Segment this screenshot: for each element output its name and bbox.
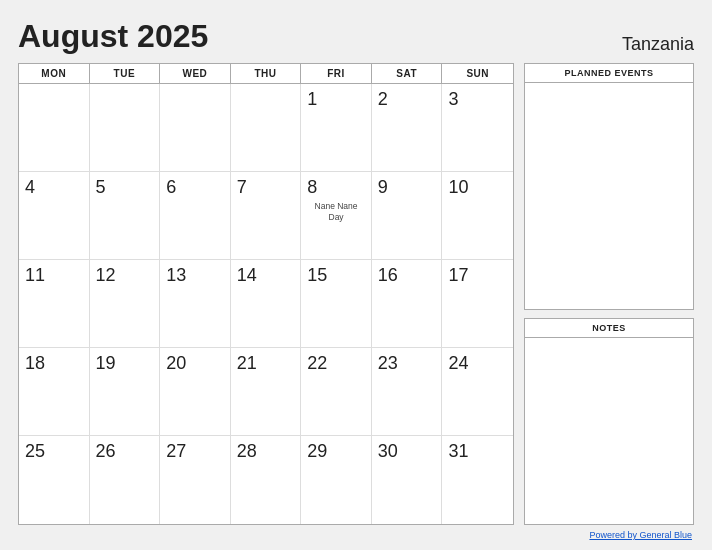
footer: Powered by General Blue xyxy=(18,530,694,540)
day-cell-9: 9 xyxy=(372,172,443,260)
day-cell-17: 17 xyxy=(442,260,513,348)
planned-events-content xyxy=(525,83,693,309)
planned-events-box: PLANNED EVENTS xyxy=(524,63,694,310)
day-name-tue: TUE xyxy=(90,64,161,83)
day-number: 25 xyxy=(25,441,45,463)
day-number: 7 xyxy=(237,177,247,199)
month-title: August 2025 xyxy=(18,18,208,55)
day-number: 15 xyxy=(307,265,327,287)
day-cell-25: 25 xyxy=(19,436,90,524)
day-number: 8 xyxy=(307,177,317,199)
day-cell-8: 8Nane Nane Day xyxy=(301,172,372,260)
day-number: 19 xyxy=(96,353,116,375)
day-number: 5 xyxy=(96,177,106,199)
country-title: Tanzania xyxy=(622,34,694,55)
day-number: 27 xyxy=(166,441,186,463)
day-cell-2: 2 xyxy=(372,84,443,172)
day-cell-1: 1 xyxy=(301,84,372,172)
day-cell-6: 6 xyxy=(160,172,231,260)
day-number: 20 xyxy=(166,353,186,375)
day-number: 6 xyxy=(166,177,176,199)
day-number: 4 xyxy=(25,177,35,199)
day-cell-21: 21 xyxy=(231,348,302,436)
day-number: 31 xyxy=(448,441,468,463)
day-cell-7: 7 xyxy=(231,172,302,260)
day-cell-29: 29 xyxy=(301,436,372,524)
day-cell-19: 19 xyxy=(90,348,161,436)
day-cell-26: 26 xyxy=(90,436,161,524)
day-name-mon: MON xyxy=(19,64,90,83)
notes-content xyxy=(525,338,693,524)
day-cell-28: 28 xyxy=(231,436,302,524)
main-content: MONTUEWEDTHUFRISATSUN 12345678Nane Nane … xyxy=(18,63,694,525)
day-name-fri: FRI xyxy=(301,64,372,83)
day-number: 11 xyxy=(25,265,45,287)
day-number: 9 xyxy=(378,177,388,199)
calendar-section: MONTUEWEDTHUFRISATSUN 12345678Nane Nane … xyxy=(18,63,514,525)
day-cell-24: 24 xyxy=(442,348,513,436)
day-name-thu: THU xyxy=(231,64,302,83)
day-cell-27: 27 xyxy=(160,436,231,524)
day-number: 2 xyxy=(378,89,388,111)
day-cell-11: 11 xyxy=(19,260,90,348)
day-number: 16 xyxy=(378,265,398,287)
notes-box: NOTES xyxy=(524,318,694,525)
calendar-grid: 12345678Nane Nane Day9101112131415161718… xyxy=(19,84,513,524)
day-number: 23 xyxy=(378,353,398,375)
day-number: 26 xyxy=(96,441,116,463)
notes-header: NOTES xyxy=(525,319,693,338)
day-cell-22: 22 xyxy=(301,348,372,436)
day-number: 17 xyxy=(448,265,468,287)
day-number: 29 xyxy=(307,441,327,463)
day-cell-30: 30 xyxy=(372,436,443,524)
general-blue-link[interactable]: Powered by General Blue xyxy=(589,530,692,540)
day-number: 1 xyxy=(307,89,317,111)
day-cell-3: 3 xyxy=(442,84,513,172)
day-cell-4: 4 xyxy=(19,172,90,260)
day-cell-16: 16 xyxy=(372,260,443,348)
day-number: 24 xyxy=(448,353,468,375)
day-number: 28 xyxy=(237,441,257,463)
day-number: 18 xyxy=(25,353,45,375)
day-cell-14: 14 xyxy=(231,260,302,348)
day-cell-5: 5 xyxy=(90,172,161,260)
day-cell-31: 31 xyxy=(442,436,513,524)
day-cell-20: 20 xyxy=(160,348,231,436)
planned-events-header: PLANNED EVENTS xyxy=(525,64,693,83)
sidebar: PLANNED EVENTS NOTES xyxy=(524,63,694,525)
day-number: 3 xyxy=(448,89,458,111)
day-cell-10: 10 xyxy=(442,172,513,260)
empty-cell xyxy=(160,84,231,172)
day-cell-18: 18 xyxy=(19,348,90,436)
day-number: 14 xyxy=(237,265,257,287)
day-number: 21 xyxy=(237,353,257,375)
event-label: Nane Nane Day xyxy=(307,201,365,223)
day-name-sun: SUN xyxy=(442,64,513,83)
empty-cell xyxy=(90,84,161,172)
header-row: August 2025 Tanzania xyxy=(18,18,694,55)
empty-cell xyxy=(19,84,90,172)
day-number: 22 xyxy=(307,353,327,375)
day-cell-23: 23 xyxy=(372,348,443,436)
day-number: 30 xyxy=(378,441,398,463)
page: August 2025 Tanzania MONTUEWEDTHUFRISATS… xyxy=(0,0,712,550)
day-cell-12: 12 xyxy=(90,260,161,348)
day-number: 10 xyxy=(448,177,468,199)
calendar-header: MONTUEWEDTHUFRISATSUN xyxy=(19,64,513,84)
day-number: 12 xyxy=(96,265,116,287)
day-name-sat: SAT xyxy=(372,64,443,83)
day-cell-15: 15 xyxy=(301,260,372,348)
empty-cell xyxy=(231,84,302,172)
day-number: 13 xyxy=(166,265,186,287)
day-cell-13: 13 xyxy=(160,260,231,348)
day-name-wed: WED xyxy=(160,64,231,83)
